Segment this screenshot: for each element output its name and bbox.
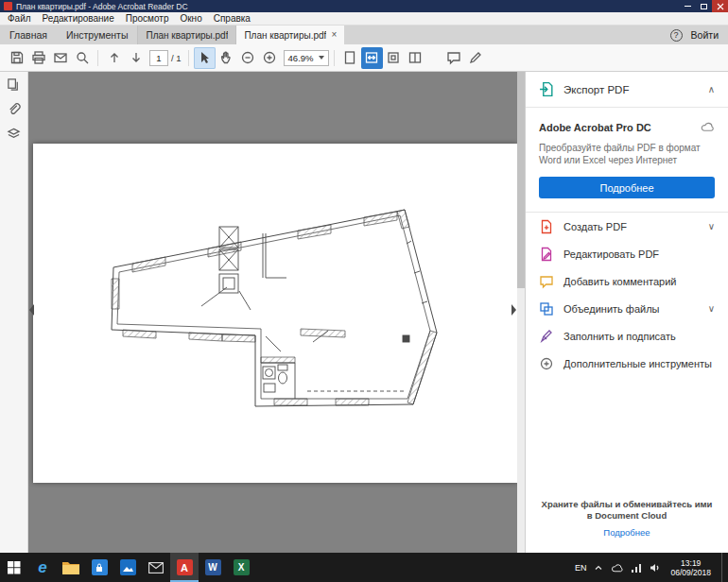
sign-button[interactable] [465,47,487,69]
acrobat-reader-window: План квартиры.pdf - Adobe Acrobat Reader… [0,0,728,582]
print-icon [31,50,46,65]
zoom-out-button[interactable] [237,47,259,69]
taskbar-mail[interactable] [142,553,170,582]
add-comment-tool[interactable]: Добавить комментарий [526,267,728,295]
save-button[interactable] [6,47,27,69]
learn-more-button[interactable]: Подробнее [539,177,715,198]
fit-page-button[interactable] [339,47,361,69]
export-pdf-tool[interactable]: Экспорт PDF ∧ [526,72,728,108]
footer-learn-more-link[interactable]: Подробнее [539,527,715,538]
combine-files-tool[interactable]: Объединить файлы ∨ [526,295,728,322]
sign-in-link[interactable]: Войти [691,29,719,41]
onedrive-tray-icon[interactable] [611,563,624,573]
reading-mode-icon [407,50,423,65]
arrow-up-icon [107,50,122,65]
start-button[interactable] [0,553,28,582]
taskbar-edge[interactable]: e [28,553,57,582]
collapse-right-pane-handle[interactable] [511,304,516,316]
clock-time: 13:19 [670,558,711,568]
minus-circle-icon [240,50,255,65]
comment-button[interactable] [443,47,465,69]
search-button[interactable] [71,47,93,69]
document-view-area[interactable] [28,72,525,553]
help-icon[interactable]: ? [670,29,683,42]
tab-tools[interactable]: Инструменты [57,26,137,44]
store-icon [92,559,108,575]
tab-close-icon[interactable]: × [331,30,337,40]
taskbar-photos[interactable] [113,553,142,582]
chevron-down-icon[interactable]: ∨ [708,221,715,231]
page-thumbnails-button[interactable] [0,72,27,96]
reading-mode-button[interactable] [405,47,426,69]
close-button[interactable] [712,0,728,12]
taskbar-clock[interactable]: 13:19 06/09/2018 [667,558,715,577]
edit-pdf-tool[interactable]: Редактировать PDF [526,240,728,267]
taskbar-word[interactable]: W [199,553,227,582]
next-page-button[interactable] [125,47,147,69]
cloud-icon [611,563,624,573]
taskbar-acrobat-reader-active[interactable]: A [170,553,199,582]
chevron-down-icon[interactable]: ∨ [708,303,715,314]
pdf-page [33,144,517,483]
taskbar-excel[interactable]: X [227,553,255,582]
menu-bar: Файл Редактирование Просмотр Окно Справк… [0,12,728,26]
taskbar-file-explorer[interactable] [57,553,85,582]
network-tray-icon[interactable] [631,562,642,573]
scrollbar-thumb[interactable] [517,72,525,288]
menu-window[interactable]: Окно [174,12,207,25]
collapse-left-pane-handle[interactable] [29,304,34,316]
select-tool-button[interactable] [194,47,216,69]
more-tools-item[interactable]: Дополнительные инструменты [526,350,728,377]
print-button[interactable] [27,47,49,69]
email-button[interactable] [49,47,71,69]
create-pdf-icon [539,219,554,234]
document-tab-2-active[interactable]: План квартиры.pdf × [235,26,344,44]
content-area: Экспорт PDF ∧ Adobe Acrobat Pro DC Преоб… [0,72,728,553]
plus-circle-icon [262,50,277,65]
fit-width-button[interactable] [361,47,383,69]
vertical-scrollbar[interactable] [517,72,525,553]
zoom-level-dropdown[interactable]: 46.9% [284,50,329,66]
window-title: План квартиры.pdf - Adobe Acrobat Reader… [16,2,188,11]
chevron-up-icon[interactable]: ∧ [708,84,715,94]
zoom-level-value: 46.9% [288,53,314,63]
create-pdf-tool[interactable]: Создать PDF ∨ [526,213,728,240]
menu-edit[interactable]: Редактирование [37,12,120,25]
promo-title: Adobe Acrobat Pro DC [539,122,651,133]
tool-label: Добавить комментарий [563,276,676,287]
page-number-input[interactable] [149,50,168,66]
more-tools-icon [539,356,554,371]
email-icon [53,50,68,65]
language-indicator[interactable]: EN [575,563,587,573]
taskbar-store[interactable] [85,553,113,582]
hidden-icons-button[interactable] [593,562,604,573]
menu-file[interactable]: Файл [2,12,37,25]
excel-icon: X [234,559,250,575]
menu-help[interactable]: Справка [208,12,256,25]
actual-size-button[interactable] [383,47,405,69]
maximize-button[interactable] [696,0,712,12]
clock-date: 06/09/2018 [670,568,711,577]
tab-bar: Главная Инструменты План квартиры.pdf Пл… [0,26,728,44]
dropdown-arrow-icon [319,56,324,60]
windows-taskbar: e A W X EN 13:19 06/0 [0,553,728,582]
tab-home[interactable]: Главная [0,26,57,44]
photos-icon [120,559,136,575]
previous-page-button[interactable] [103,47,125,69]
fill-sign-tool[interactable]: Заполнить и подписать [526,322,728,350]
hand-tool-button[interactable] [216,47,237,69]
zoom-in-button[interactable] [259,47,281,69]
tools-panel: Экспорт PDF ∧ Adobe Acrobat Pro DC Преоб… [525,72,728,553]
tool-label: Создать PDF [563,221,627,232]
menu-view[interactable]: Просмотр [120,12,175,25]
volume-tray-icon[interactable] [649,562,660,573]
minimize-button[interactable] [680,0,696,12]
promo-description: Преобразуйте файлы PDF в формат Word или… [539,142,715,166]
export-pdf-icon [539,81,555,97]
show-desktop-button[interactable] [721,553,725,582]
tool-label: Заполнить и подписать [563,331,676,342]
document-tab-1[interactable]: План квартиры.pdf [137,26,235,44]
layers-button[interactable] [0,121,27,146]
attachments-button[interactable] [0,96,27,121]
tool-label: Дополнительные инструменты [563,358,712,369]
